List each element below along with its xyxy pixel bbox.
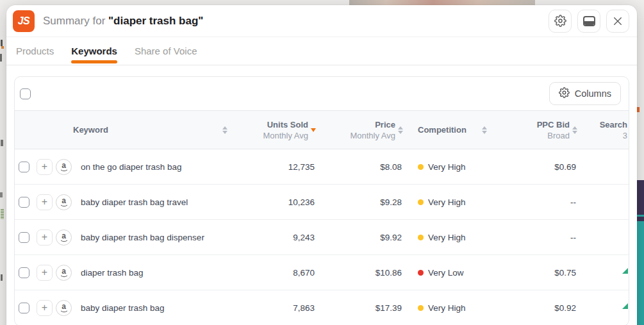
competition-dot bbox=[418, 305, 424, 311]
column-header-competition[interactable]: Competition bbox=[412, 125, 496, 135]
amazon-icon[interactable]: a bbox=[56, 194, 72, 210]
row-checkbox[interactable] bbox=[19, 232, 29, 243]
background-page-strip-right bbox=[637, 0, 644, 325]
ppc-bid-value: $0.92 bbox=[496, 303, 586, 313]
column-header-search-trend[interactable]: Search 3 bbox=[586, 119, 629, 141]
columns-button-label: Columns bbox=[575, 88, 611, 99]
units-sold-value: 7,863 bbox=[236, 303, 325, 313]
competition-cell: Very High bbox=[412, 162, 496, 172]
summary-modal: JS Summary for "diaper trash bag" Produc… bbox=[6, 5, 637, 325]
column-header-price[interactable]: Price Monthly Avg bbox=[325, 119, 412, 141]
competition-dot bbox=[418, 235, 424, 240]
amazon-icon[interactable]: a bbox=[56, 265, 72, 281]
competition-cell: Very High bbox=[412, 197, 496, 207]
table-row: + a baby diaper trash bag dispenser 9,24… bbox=[15, 220, 629, 255]
select-all-checkbox[interactable] bbox=[20, 88, 31, 99]
keyword-text: on the go diaper trash bag bbox=[81, 162, 182, 172]
units-sold-value: 9,243 bbox=[236, 233, 325, 242]
tab-share-of-voice[interactable]: Share of Voice bbox=[135, 37, 197, 65]
ppc-bid-value: -- bbox=[496, 197, 586, 207]
tab-keywords[interactable]: Keywords bbox=[71, 37, 117, 65]
background-page-strip-left bbox=[0, 0, 6, 325]
title-prefix: Summary for bbox=[43, 15, 108, 27]
search-trend-cell bbox=[586, 185, 629, 219]
gear-icon bbox=[554, 15, 566, 27]
search-trend-cell bbox=[586, 149, 629, 184]
title-search-term: "diaper trash bag" bbox=[108, 15, 203, 27]
add-keyword-button[interactable]: + bbox=[37, 194, 53, 210]
ppc-bid-value: $0.75 bbox=[496, 268, 586, 278]
junglescout-logo: JS bbox=[13, 10, 35, 32]
dock-bottom-button[interactable] bbox=[577, 10, 600, 33]
keyword-text: baby diaper trash bag dispenser bbox=[81, 233, 204, 242]
sort-arrows-icon[interactable] bbox=[482, 126, 487, 134]
competition-dot bbox=[418, 164, 424, 170]
table-header-row: Keyword Units Sold Monthly Avg Price Mon… bbox=[15, 111, 629, 149]
row-checkbox[interactable] bbox=[19, 267, 29, 278]
competition-label: Very Low bbox=[428, 268, 464, 278]
column-header-ppc-bid[interactable]: PPC Bid Broad bbox=[496, 119, 586, 141]
competition-cell: Very High bbox=[412, 233, 496, 242]
close-button[interactable] bbox=[606, 10, 629, 33]
amazon-icon[interactable]: a bbox=[56, 229, 72, 246]
tab-bar: Products Keywords Share of Voice bbox=[6, 37, 637, 65]
price-value: $17.39 bbox=[325, 303, 412, 313]
column-header-units-sold[interactable]: Units Sold Monthly Avg bbox=[236, 119, 325, 141]
close-icon bbox=[612, 15, 623, 27]
price-value: $8.08 bbox=[325, 162, 412, 172]
modal-title: Summary for "diaper trash bag" bbox=[43, 15, 203, 28]
add-keyword-button[interactable]: + bbox=[37, 300, 53, 316]
price-value: $9.28 bbox=[325, 197, 412, 207]
row-checkbox[interactable] bbox=[19, 162, 29, 172]
competition-cell: Very High bbox=[412, 303, 496, 313]
table-row: + a baby diaper trash bag 7,863 $17.39 V… bbox=[15, 290, 629, 325]
sort-descending-icon bbox=[311, 128, 316, 132]
column-header-keyword[interactable]: Keyword bbox=[15, 125, 236, 135]
keywords-table-card: Columns Keyword Units Sold Monthly Avg P… bbox=[14, 76, 629, 325]
competition-cell: Very Low bbox=[412, 268, 496, 278]
trend-up-icon bbox=[622, 268, 628, 274]
keyword-text: baby diaper trash bag bbox=[81, 303, 165, 313]
add-keyword-button[interactable]: + bbox=[37, 159, 53, 175]
competition-label: Very High bbox=[428, 233, 466, 242]
units-sold-value: 10,236 bbox=[236, 197, 325, 207]
keyword-text: diaper trash bag bbox=[81, 268, 144, 278]
competition-dot bbox=[418, 199, 424, 205]
competition-dot bbox=[418, 270, 424, 276]
panel-bottom-icon bbox=[583, 16, 595, 26]
search-trend-cell bbox=[586, 290, 629, 325]
table-toolbar: Columns bbox=[15, 77, 629, 111]
search-trend-cell bbox=[586, 220, 629, 254]
add-keyword-button[interactable]: + bbox=[37, 229, 53, 246]
table-row: + a baby diaper trash bag travel 10,236 … bbox=[15, 185, 629, 220]
active-tab-underline bbox=[71, 60, 117, 63]
competition-label: Very High bbox=[428, 162, 466, 172]
price-value: $10.86 bbox=[325, 268, 412, 278]
table-row: + a diaper trash bag 8,670 $10.86 Very L… bbox=[15, 255, 629, 290]
header-actions bbox=[549, 10, 629, 33]
amazon-icon[interactable]: a bbox=[56, 300, 72, 316]
settings-button[interactable] bbox=[549, 10, 572, 33]
add-keyword-button[interactable]: + bbox=[37, 265, 53, 281]
competition-label: Very High bbox=[428, 303, 466, 313]
search-trend-cell bbox=[586, 255, 629, 290]
ppc-bid-value: -- bbox=[496, 233, 586, 242]
trend-up-icon bbox=[622, 303, 628, 309]
row-checkbox[interactable] bbox=[19, 303, 29, 313]
price-value: $9.92 bbox=[325, 233, 412, 242]
ppc-bid-value: $0.69 bbox=[496, 162, 586, 172]
modal-header: JS Summary for "diaper trash bag" bbox=[6, 5, 637, 37]
sort-arrows-icon[interactable] bbox=[572, 126, 577, 134]
sort-arrows-icon[interactable] bbox=[398, 126, 403, 134]
tab-products[interactable]: Products bbox=[16, 37, 54, 65]
gear-icon bbox=[559, 87, 570, 100]
units-sold-value: 8,670 bbox=[236, 268, 325, 278]
competition-label: Very High bbox=[428, 197, 466, 207]
columns-button[interactable]: Columns bbox=[549, 82, 621, 105]
amazon-icon[interactable]: a bbox=[56, 159, 72, 175]
row-checkbox[interactable] bbox=[19, 197, 29, 208]
units-sold-value: 12,735 bbox=[236, 162, 325, 172]
table-row: + a on the go diaper trash bag 12,735 $8… bbox=[15, 149, 629, 185]
keyword-text: baby diaper trash bag travel bbox=[81, 197, 188, 207]
sort-arrows-icon[interactable] bbox=[222, 126, 227, 134]
